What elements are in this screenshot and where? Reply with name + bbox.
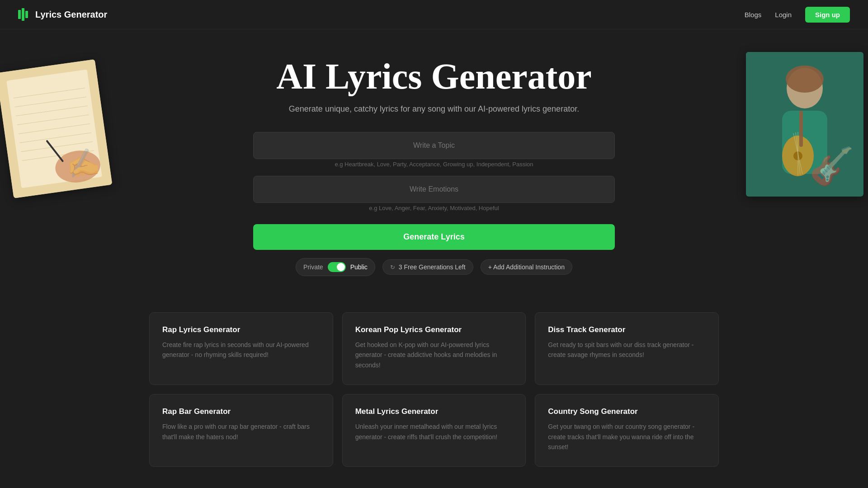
topic-group: e.g Heartbreak, Love, Party, Acceptance,… xyxy=(253,132,615,169)
form-section: e.g Heartbreak, Love, Party, Acceptance,… xyxy=(253,132,615,250)
generate-button[interactable]: Generate Lyrics xyxy=(253,224,615,250)
svg-rect-20 xyxy=(799,111,803,147)
card-desc-4: Unleash your inner metalhead with our me… xyxy=(355,422,513,442)
card-title-5: Country Song Generator xyxy=(548,407,706,416)
private-label: Private xyxy=(303,263,323,271)
svg-rect-2 xyxy=(25,11,28,18)
logo-icon xyxy=(18,8,31,21)
card-desc-2: Get ready to spit bars with our diss tra… xyxy=(548,340,706,360)
blogs-link[interactable]: Blogs xyxy=(745,11,762,19)
logo-area[interactable]: Lyrics Generator xyxy=(18,8,107,21)
card-title-1: Korean Pop Lyrics Generator xyxy=(355,325,513,334)
generations-text: 3 Free Generations Left xyxy=(399,263,466,271)
topic-input[interactable] xyxy=(253,132,615,159)
app-name: Lyrics Generator xyxy=(35,9,107,20)
public-label: Public xyxy=(350,263,368,271)
card-desc-5: Get your twang on with our country song … xyxy=(548,422,706,452)
card-desc-0: Create fire rap lyrics in seconds with o… xyxy=(162,340,320,360)
right-decoration xyxy=(746,52,863,197)
refresh-icon: ↻ xyxy=(390,264,395,271)
generations-badge: ↻ 3 Free Generations Left xyxy=(382,259,473,275)
card-title-0: Rap Lyrics Generator xyxy=(162,325,320,334)
left-decoration xyxy=(5,66,104,192)
login-link[interactable]: Login xyxy=(775,11,792,19)
toggle-knob xyxy=(337,263,345,271)
emotions-input[interactable] xyxy=(253,176,615,203)
svg-rect-1 xyxy=(22,8,24,21)
hero-title: AI Lyrics Generator xyxy=(276,56,592,96)
card-2[interactable]: Diss Track Generator Get ready to spit b… xyxy=(535,312,719,385)
svg-rect-0 xyxy=(18,10,21,19)
card-desc-1: Get hooked on K-pop with our AI-powered … xyxy=(355,340,513,370)
card-desc-3: Flow like a pro with our rap bar generat… xyxy=(162,422,320,442)
card-3[interactable]: Rap Bar Generator Flow like a pro with o… xyxy=(149,394,333,467)
card-title-2: Diss Track Generator xyxy=(548,325,706,334)
privacy-toggle[interactable]: Private Public xyxy=(296,258,375,276)
guitar-illustration xyxy=(746,52,863,197)
card-title-3: Rap Bar Generator xyxy=(162,407,320,416)
nav-right: Blogs Login Sign up xyxy=(745,7,850,23)
navbar: Lyrics Generator Blogs Login Sign up xyxy=(0,0,868,29)
emotions-hint: e.g Love, Anger, Fear, Anxiety, Motivate… xyxy=(253,203,615,213)
hero-subtitle: Generate unique, catchy lyrics for any s… xyxy=(289,104,579,114)
topic-hint: e.g Heartbreak, Love, Party, Acceptance,… xyxy=(253,159,615,169)
card-4[interactable]: Metal Lyrics Generator Unleash your inne… xyxy=(342,394,526,467)
emotions-group: e.g Love, Anger, Fear, Anxiety, Motivate… xyxy=(253,176,615,213)
writing-image xyxy=(0,59,112,198)
signup-button[interactable]: Sign up xyxy=(805,7,850,23)
card-5[interactable]: Country Song Generator Get your twang on… xyxy=(535,394,719,467)
svg-point-17 xyxy=(786,66,824,93)
toggle-switch[interactable] xyxy=(328,262,346,272)
add-instruction-button[interactable]: + Add Additional Instruction xyxy=(481,259,572,275)
card-0[interactable]: Rap Lyrics Generator Create fire rap lyr… xyxy=(149,312,333,385)
cards-section: Rap Lyrics Generator Create fire rap lyr… xyxy=(0,294,868,485)
card-1[interactable]: Korean Pop Lyrics Generator Get hooked o… xyxy=(342,312,526,385)
guitar-image xyxy=(746,52,863,197)
controls-row: Private Public ↻ 3 Free Generations Left… xyxy=(296,258,572,276)
writing-illustration xyxy=(0,59,112,198)
hero-section: AI Lyrics Generator Generate unique, cat… xyxy=(0,29,868,294)
card-title-4: Metal Lyrics Generator xyxy=(355,407,513,416)
